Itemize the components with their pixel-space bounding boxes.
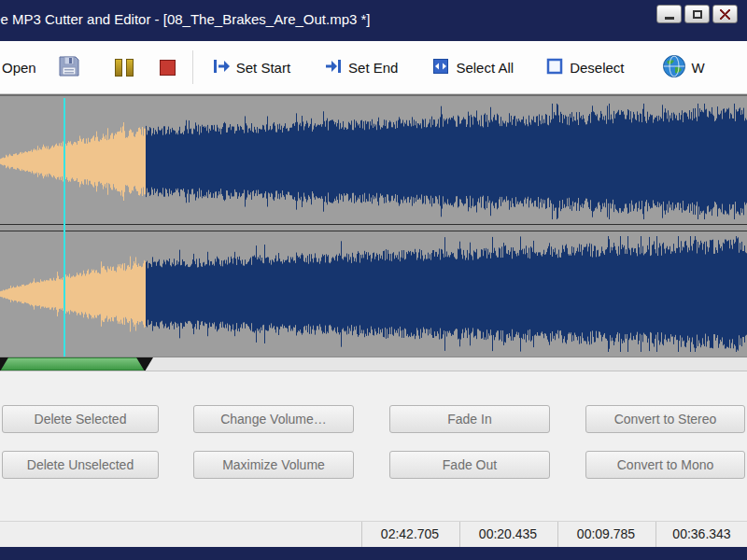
set-end-icon [324, 57, 343, 78]
delete-selected-button[interactable]: Delete Selected [2, 405, 159, 433]
set-end-button[interactable]: Set End [324, 57, 398, 78]
selection-handle-left[interactable] [0, 357, 8, 371]
deselect-label: Deselect [570, 60, 624, 76]
web-button[interactable]: W [662, 54, 705, 81]
open-label: Open [2, 60, 36, 76]
set-start-label: Set Start [236, 60, 290, 76]
waveform-channel-left[interactable] [0, 99, 747, 224]
set-start-icon [212, 57, 231, 78]
playhead-cursor[interactable] [63, 98, 65, 357]
toolbar-separator [192, 50, 193, 84]
set-start-button[interactable]: Set Start [212, 57, 290, 78]
window-titlebar[interactable]: Free MP3 Cutter and Editor - [08_The_Bra… [0, 0, 747, 41]
pause-icon [126, 59, 134, 77]
close-button[interactable] [712, 5, 738, 23]
globe-icon [662, 54, 686, 81]
select-all-label: Select All [456, 60, 514, 76]
minimize-icon [665, 17, 674, 20]
waveform-channel-right[interactable] [0, 231, 747, 357]
selection-bar[interactable] [0, 357, 747, 371]
stop-button[interactable] [160, 60, 176, 76]
change-volume-button[interactable]: Change Volume… [193, 405, 354, 433]
set-end-label: Set End [348, 60, 398, 76]
selection-handle-right[interactable] [136, 357, 153, 371]
fade-out-button[interactable]: Fade Out [389, 451, 550, 479]
delete-unselected-button[interactable]: Delete Unselected [2, 451, 159, 479]
fade-in-button[interactable]: Fade In [389, 405, 550, 433]
save-icon [57, 54, 81, 81]
toolbar: Open [0, 41, 747, 94]
close-icon [720, 9, 730, 20]
waveform-area [0, 94, 747, 357]
maximize-button[interactable] [684, 5, 710, 23]
web-label: W [692, 60, 705, 76]
convert-to-stereo-button[interactable]: Convert to Stereo [585, 405, 745, 433]
open-button[interactable]: Open [2, 60, 36, 76]
window-title: Free MP3 Cutter and Editor - [08_The_Bra… [0, 11, 371, 27]
status-time-cell: 00:36.343 [655, 522, 747, 547]
maximize-icon [693, 10, 702, 19]
status-bar: 02:42.705 00:20.435 00:09.785 00:36.343 [0, 521, 747, 547]
select-all-icon [431, 57, 450, 78]
deselect-icon [545, 57, 564, 78]
pause-icon [115, 59, 122, 77]
action-buttons-panel [0, 371, 747, 521]
pause-button[interactable] [115, 59, 134, 77]
window-border-bottom [0, 547, 747, 560]
selection-range[interactable] [0, 357, 146, 371]
status-time-cell: 00:09.785 [557, 522, 654, 547]
maximize-volume-button[interactable]: Maximize Volume [193, 451, 354, 479]
convert-to-mono-button[interactable]: Convert to Mono [585, 451, 745, 479]
app-window: Free MP3 Cutter and Editor - [08_The_Bra… [0, 0, 747, 560]
status-time-cell: 02:42.705 [361, 522, 458, 547]
stop-icon [160, 60, 176, 76]
channel-divider [0, 224, 747, 231]
status-time-cell: 00:20.435 [459, 522, 556, 547]
save-button[interactable] [57, 54, 81, 81]
select-all-button[interactable]: Select All [431, 57, 514, 78]
deselect-button[interactable]: Deselect [545, 57, 624, 78]
minimize-button[interactable] [656, 5, 682, 23]
window-controls [656, 5, 738, 23]
